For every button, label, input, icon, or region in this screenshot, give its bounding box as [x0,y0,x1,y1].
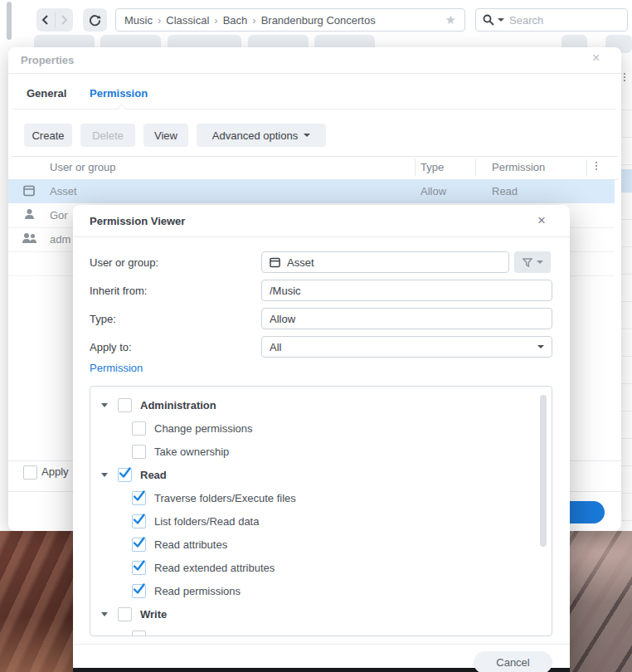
advanced-options-button[interactable]: Advanced options [197,124,326,147]
table-row[interactable] [8,179,615,203]
delete-button[interactable]: Delete [80,124,135,147]
search-input[interactable] [508,13,620,27]
column-header-permission[interactable]: Permission [492,161,545,173]
user-or-group-input[interactable] [287,256,501,269]
ellipsis-icon[interactable] [624,73,625,81]
column-settings-icon[interactable] [596,162,597,170]
tree-item[interactable]: Change permissions [90,416,552,440]
check-icon [132,582,146,596]
user-icon [24,208,35,220]
tree-item[interactable]: Read permissions [90,579,552,602]
field-label: Apply to: [90,341,132,353]
row-name: Asset [50,185,77,197]
field-label: Type: [90,313,116,325]
tree-item[interactable]: Read attributes [90,533,552,556]
expand-arrow-icon[interactable] [101,612,108,616]
inherit-from-field[interactable] [261,280,552,301]
tree-item-label: Read extended attributes [154,562,275,574]
close-icon[interactable]: × [592,51,600,65]
checkbox[interactable] [118,398,132,412]
type-input[interactable] [270,313,544,325]
star-icon[interactable]: ★ [445,14,456,27]
tree-item[interactable]: Take ownership [90,440,552,463]
background-list-rows [621,83,632,533]
checkbox[interactable] [132,445,146,459]
apply-to-dropdown[interactable] [261,336,552,358]
tab-general[interactable]: General [27,87,66,100]
row-name: Gor [50,209,68,222]
row-permission: Read [492,185,518,197]
tree-scrollbar-thumb[interactable] [540,395,547,547]
breadcrumb-separator: › [153,14,166,27]
forward-button[interactable] [56,8,74,32]
forward-icon [61,15,68,25]
tree-item[interactable]: Read extended attributes [90,556,552,579]
tree-item-label: List folders/Read data [154,515,259,528]
tree-item-label: Read permissions [154,585,241,597]
caret-down-icon [537,345,544,348]
tree-item[interactable]: Traverse folders/Execute files [90,486,552,509]
tree-item[interactable]: Administration [90,393,552,416]
apply-to-value[interactable] [270,341,531,353]
cancel-button[interactable]: Cancel [474,651,552,672]
breadcrumb-segment[interactable]: Classical [166,14,209,27]
permission-tree: Administration Change permissions Take o… [90,386,552,636]
row-type: Allow [421,185,446,197]
tree-item-label: Write [140,608,167,621]
breadcrumb-segment[interactable]: Bach [223,14,248,27]
tree-item[interactable] [90,626,552,636]
tree-item[interactable]: Read [90,463,552,486]
tree-item[interactable]: Write [90,602,552,626]
column-header-user[interactable]: User or group [50,161,115,173]
tree-item[interactable]: List folders/Read data [90,509,552,533]
create-button[interactable]: Create [24,124,72,147]
checkbox[interactable] [132,561,146,575]
window-icon [270,257,280,268]
checkbox[interactable] [132,538,146,552]
close-icon[interactable]: × [537,212,546,229]
apply-checkbox[interactable] [23,465,37,480]
search-box[interactable] [475,8,628,32]
inherit-from-input[interactable] [270,285,544,297]
filter-button[interactable] [514,251,551,273]
advanced-options-label: Advanced options [212,129,298,142]
refresh-button[interactable] [83,8,107,32]
caret-down-icon [304,134,310,137]
nav-buttons [36,8,73,32]
user-or-group-field[interactable] [261,251,509,273]
back-button[interactable] [36,8,55,32]
left-scrollbar-thumb[interactable] [7,2,12,40]
tree-item-label: Read attributes [154,538,227,551]
tree-item-label: Change permissions [154,422,253,435]
checkbox[interactable] [132,631,146,637]
breadcrumb[interactable]: Music › Classical › Bach › Brandenburg C… [115,8,465,32]
check-icon [118,465,132,480]
expand-arrow-icon[interactable] [101,473,108,477]
checkbox[interactable] [132,491,146,505]
search-caret-icon[interactable] [498,18,504,22]
breadcrumb-segment[interactable]: Brandenburg Concertos [261,14,376,27]
cancel-label: Cancel [496,656,529,669]
refresh-icon [89,14,101,27]
active-tab-notch [116,104,127,114]
view-button[interactable]: View [143,124,188,147]
checkbox[interactable] [132,514,146,528]
permission-section-label[interactable]: Permission [90,362,143,374]
tree-item-label: Take ownership [154,446,229,458]
breadcrumb-segment[interactable]: Music [124,14,153,27]
expand-arrow-icon[interactable] [101,403,108,407]
permission-viewer-modal: Permission Viewer × User or group: Inher… [73,205,570,672]
type-field[interactable] [261,308,552,329]
group-icon [22,232,37,244]
check-icon [132,558,146,572]
filter-icon [523,258,532,267]
checkbox[interactable] [132,584,146,598]
search-icon [483,14,494,26]
checkbox[interactable] [132,421,146,436]
column-header-type[interactable]: Type [421,161,444,173]
tab-permission[interactable]: Permission [90,87,148,100]
checkbox[interactable] [118,607,132,621]
apply-label: Apply [41,465,69,478]
checkbox[interactable] [118,468,132,482]
modal-title: Permission Viewer [90,215,185,227]
